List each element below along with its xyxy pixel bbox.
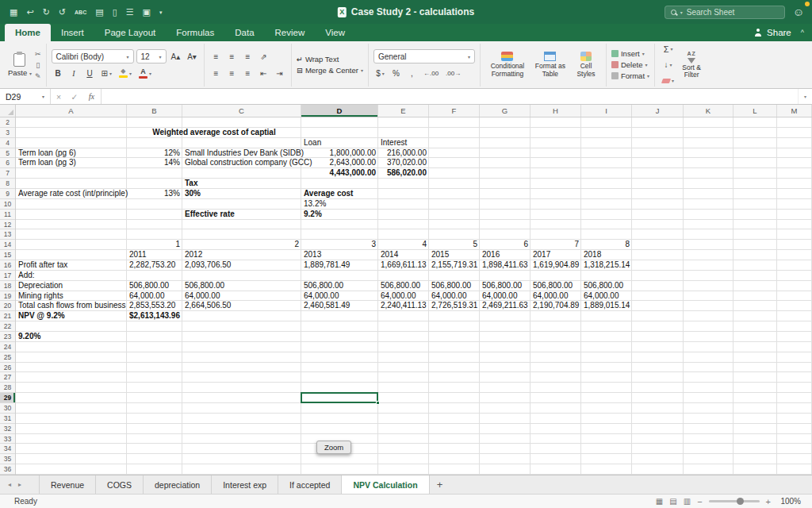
cell-E16[interactable]: 1,669,611.13: [378, 260, 429, 271]
cell-D10[interactable]: 13.2%: [301, 199, 378, 210]
cell-D6[interactable]: 2,643,000.00: [301, 158, 378, 168]
cell-A19[interactable]: Mining rights: [16, 291, 127, 302]
row-header-18[interactable]: 18: [0, 281, 15, 291]
row-header-8[interactable]: 8: [0, 179, 15, 189]
cell-C18[interactable]: 506,800.00: [182, 281, 301, 291]
row-header-10[interactable]: 10: [0, 199, 15, 210]
search-sheet-input[interactable]: ▾ Search Sheet: [665, 6, 785, 19]
ribbon-tab-formulas[interactable]: Formulas: [166, 24, 224, 41]
confirm-entry-button[interactable]: ✓: [67, 89, 82, 104]
switch-windows-icon[interactable]: ▣: [143, 8, 151, 17]
cell-B19[interactable]: 64,000.00: [127, 291, 182, 302]
cell-C8[interactable]: Tax: [182, 179, 301, 189]
column-header-A[interactable]: A: [16, 105, 127, 117]
format-as-table-button[interactable]: Format as Table: [533, 52, 568, 78]
row-header-21[interactable]: 21: [0, 311, 15, 321]
cell-E14[interactable]: 4: [378, 240, 429, 250]
zoom-slider[interactable]: [709, 500, 760, 502]
toolbar-options-icon[interactable]: ▾: [159, 10, 163, 15]
sheet-tab-revenue[interactable]: Revenue: [39, 475, 96, 494]
cell-F16[interactable]: 2,155,719.31: [429, 260, 480, 271]
cell-H15[interactable]: 2017: [530, 250, 581, 260]
row-header-12[interactable]: 12: [0, 220, 15, 230]
align-left-button[interactable]: ≡: [209, 66, 223, 80]
row-header-27[interactable]: 27: [0, 372, 15, 383]
row-header-28[interactable]: 28: [0, 383, 15, 393]
cell-B6[interactable]: 14%: [127, 158, 182, 168]
cell-F19[interactable]: 64,000.00: [429, 291, 480, 302]
cell-B5[interactable]: 12%: [127, 148, 182, 159]
column-header-L[interactable]: L: [733, 105, 777, 117]
row-header-35[interactable]: 35: [0, 454, 15, 464]
zoom-level-label[interactable]: 100%: [777, 497, 801, 506]
cell-C19[interactable]: 64,000.00: [182, 291, 301, 302]
redo-icon[interactable]: ↻: [43, 8, 50, 17]
select-all-corner[interactable]: [0, 105, 16, 117]
cell-C15[interactable]: 2012: [182, 250, 301, 260]
ribbon-tab-insert[interactable]: Insert: [51, 24, 94, 41]
new-document-icon[interactable]: ▯: [113, 8, 117, 17]
cell-D14[interactable]: 3: [301, 240, 378, 250]
column-header-B[interactable]: B: [127, 105, 182, 117]
cell-C14[interactable]: 2: [182, 240, 301, 250]
cell-A23[interactable]: 9.20%: [16, 332, 127, 342]
cell-C6[interactable]: Global construction company (GCC): [182, 158, 301, 168]
cell-G15[interactable]: 2016: [480, 250, 530, 260]
repeat-icon[interactable]: ↺: [59, 8, 66, 17]
cell-E4[interactable]: Interest: [378, 138, 429, 148]
paste-button[interactable]: Paste ▾: [8, 53, 32, 77]
cell-I19[interactable]: 64,000.00: [581, 291, 632, 302]
cell-I20[interactable]: 1,889,015.14: [581, 301, 632, 311]
row-header-31[interactable]: 31: [0, 414, 15, 424]
cell-E20[interactable]: 2,240,411.13: [378, 301, 429, 311]
cell-D7[interactable]: 4,443,000.00: [301, 168, 378, 179]
cell-E5[interactable]: 216,000.00: [378, 148, 429, 159]
row-header-5[interactable]: 5: [0, 148, 15, 159]
font-size-select[interactable]: 12▾: [136, 49, 167, 64]
cell-F20[interactable]: 2,726,519.31: [429, 301, 480, 311]
cell-D4[interactable]: Loan: [301, 138, 378, 148]
row-header-16[interactable]: 16: [0, 260, 15, 271]
sheet-tab-if-accepted[interactable]: If accepted: [278, 475, 342, 494]
ribbon-tab-review[interactable]: Review: [265, 24, 316, 41]
cell-B9[interactable]: 13%: [127, 189, 182, 199]
column-header-D[interactable]: D: [301, 105, 378, 117]
cell-B21[interactable]: $2,613,143.96: [127, 311, 182, 321]
cell-D18[interactable]: 506,800.00: [301, 281, 378, 291]
print-icon[interactable]: ▤: [95, 8, 103, 17]
sheet-tab-npv-calculation[interactable]: NPV Calculation: [342, 475, 429, 494]
underline-button[interactable]: U: [83, 66, 97, 80]
decrease-indent-button[interactable]: ⇤: [257, 66, 270, 80]
cell-A9[interactable]: Average rate cost (int/principle): [16, 189, 127, 199]
autosum-button[interactable]: Σ▾: [660, 42, 676, 56]
row-header-36[interactable]: 36: [0, 464, 15, 475]
row-header-33[interactable]: 33: [0, 434, 15, 444]
cell-H16[interactable]: 1,619,904.89: [530, 260, 581, 271]
borders-button[interactable]: ⊞▾: [99, 66, 114, 80]
cell-E7[interactable]: 586,020.00: [378, 168, 429, 179]
row-header-9[interactable]: 9: [0, 189, 15, 199]
ribbon-tab-home[interactable]: Home: [5, 24, 51, 41]
cell-D20[interactable]: 2,460,581.49: [301, 301, 378, 311]
name-box[interactable]: D29 ▾: [0, 89, 51, 104]
zoom-out-button[interactable]: −: [697, 497, 702, 506]
cell-B20[interactable]: 2,853,553.20: [127, 301, 182, 311]
row-header-22[interactable]: 22: [0, 321, 15, 332]
collapse-ribbon-icon[interactable]: ^: [801, 29, 804, 37]
ribbon-tab-data[interactable]: Data: [224, 24, 264, 41]
spellcheck-icon[interactable]: ABC: [75, 10, 86, 15]
row-header-7[interactable]: 7: [0, 168, 15, 179]
cell-D15[interactable]: 2013: [301, 250, 378, 260]
clear-button[interactable]: ▾: [660, 74, 676, 88]
cell-A20[interactable]: Total cash flows from business: [16, 301, 127, 311]
cell-A16[interactable]: Profit after tax: [16, 260, 127, 271]
column-header-H[interactable]: H: [530, 105, 581, 117]
column-header-G[interactable]: G: [480, 105, 530, 117]
currency-button[interactable]: $▾: [373, 66, 387, 80]
decrease-decimal-button[interactable]: .00→: [443, 66, 463, 80]
shrink-font-button[interactable]: A▾: [185, 49, 199, 64]
conditional-formatting-button[interactable]: Conditional Formatting: [485, 52, 530, 78]
cut-button[interactable]: ✂: [35, 49, 41, 59]
cell-C11[interactable]: Effective rate: [182, 210, 301, 220]
cell-C20[interactable]: 2,664,506.50: [182, 301, 301, 311]
